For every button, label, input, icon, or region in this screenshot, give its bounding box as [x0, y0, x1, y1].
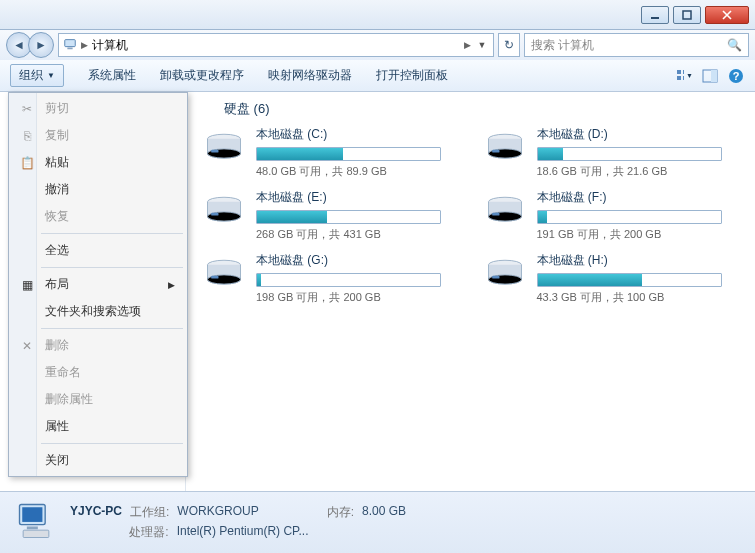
computer-icon: [14, 499, 58, 546]
system-properties-button[interactable]: 系统属性: [88, 67, 136, 84]
drive-usage-bar: [537, 273, 722, 287]
drive-icon: [483, 126, 527, 170]
svg-rect-35: [23, 530, 49, 537]
drive-usage-bar: [256, 210, 441, 224]
drive-icon: [483, 252, 527, 296]
address-separator: ▶: [464, 40, 471, 50]
menu-redo[interactable]: 恢复: [11, 203, 185, 230]
svg-rect-28: [211, 276, 218, 279]
menu-rename[interactable]: 重命名: [11, 359, 185, 386]
minimize-button[interactable]: [641, 6, 669, 24]
drive-name: 本地磁盘 (H:): [537, 252, 740, 269]
status-processor-label: 处理器:: [129, 524, 168, 541]
svg-rect-25: [492, 213, 499, 216]
search-placeholder: 搜索 计算机: [531, 37, 594, 54]
svg-rect-9: [711, 70, 717, 82]
search-input[interactable]: 搜索 计算机 🔍: [524, 33, 749, 57]
drive-stat: 198 GB 可用，共 200 GB: [256, 290, 459, 305]
map-network-drive-button[interactable]: 映射网络驱动器: [268, 67, 352, 84]
menu-paste[interactable]: 📋粘贴: [11, 149, 185, 176]
organize-menu: ✂剪切 ⎘复制 📋粘贴 撤消 恢复 全选 ▦布局▶ 文件夹和搜索选项 ✕删除 重…: [8, 92, 188, 477]
close-button[interactable]: [705, 6, 749, 24]
drive-item[interactable]: 本地磁盘 (G:)198 GB 可用，共 200 GB: [202, 252, 459, 305]
submenu-arrow-icon: ▶: [168, 280, 175, 290]
forward-button[interactable]: ►: [28, 32, 54, 58]
paste-icon: 📋: [19, 155, 35, 171]
svg-rect-22: [211, 213, 218, 216]
drive-name: 本地磁盘 (E:): [256, 189, 459, 206]
help-button[interactable]: ?: [727, 67, 745, 85]
section-header: 硬盘 (6): [202, 100, 739, 118]
drive-usage-bar: [537, 147, 722, 161]
menu-select-all[interactable]: 全选: [11, 237, 185, 264]
drive-icon: [202, 126, 246, 170]
address-bar[interactable]: ▶ 计算机 ▶ ▼: [58, 33, 494, 57]
status-processor: Intel(R) Pentium(R) CP...: [177, 524, 309, 541]
status-computer-name: YJYC-PC: [70, 504, 122, 521]
nav-row: ◄ ► ▶ 计算机 ▶ ▼ ↻ 搜索 计算机 🔍: [0, 30, 755, 60]
drive-name: 本地磁盘 (F:): [537, 189, 740, 206]
menu-close[interactable]: 关闭: [11, 447, 185, 474]
svg-rect-34: [27, 527, 38, 530]
open-control-panel-button[interactable]: 打开控制面板: [376, 67, 448, 84]
view-options-button[interactable]: ▼: [675, 67, 693, 85]
status-memory: 8.00 GB: [362, 504, 406, 521]
address-separator: ▶: [81, 40, 88, 50]
drive-stat: 43.3 GB 可用，共 100 GB: [537, 290, 740, 305]
svg-rect-6: [677, 76, 681, 80]
drive-item[interactable]: 本地磁盘 (E:)268 GB 可用，共 431 GB: [202, 189, 459, 242]
svg-text:?: ?: [733, 70, 740, 82]
drive-item[interactable]: 本地磁盘 (D:)18.6 GB 可用，共 21.6 GB: [483, 126, 740, 179]
drive-name: 本地磁盘 (D:): [537, 126, 740, 143]
command-bar: 组织 ▼ 系统属性 卸载或更改程序 映射网络驱动器 打开控制面板 ▼ ?: [0, 60, 755, 92]
drive-icon: [483, 189, 527, 233]
svg-rect-1: [683, 11, 691, 19]
status-memory-label: 内存:: [327, 504, 354, 521]
menu-copy[interactable]: ⎘复制: [11, 122, 185, 149]
menu-properties[interactable]: 属性: [11, 413, 185, 440]
status-workgroup: WORKGROUP: [177, 504, 258, 521]
svg-rect-31: [492, 276, 499, 279]
preview-pane-button[interactable]: [701, 67, 719, 85]
search-icon: 🔍: [727, 38, 742, 52]
drive-stat: 191 GB 可用，共 200 GB: [537, 227, 740, 242]
copy-icon: ⎘: [19, 128, 35, 144]
drive-item[interactable]: 本地磁盘 (H:)43.3 GB 可用，共 100 GB: [483, 252, 740, 305]
drive-icon: [202, 189, 246, 233]
svg-rect-0: [651, 17, 659, 19]
menu-delete[interactable]: ✕删除: [11, 332, 185, 359]
delete-icon: ✕: [19, 338, 35, 354]
drive-stat: 268 GB 可用，共 431 GB: [256, 227, 459, 242]
svg-rect-2: [65, 39, 76, 46]
menu-cut[interactable]: ✂剪切: [11, 95, 185, 122]
uninstall-programs-button[interactable]: 卸载或更改程序: [160, 67, 244, 84]
svg-rect-19: [492, 150, 499, 153]
svg-rect-33: [22, 507, 42, 522]
drive-usage-bar: [537, 210, 722, 224]
menu-folder-options[interactable]: 文件夹和搜索选项: [11, 298, 185, 325]
menu-remove-properties[interactable]: 删除属性: [11, 386, 185, 413]
address-text: 计算机: [92, 37, 460, 54]
maximize-button[interactable]: [673, 6, 701, 24]
svg-rect-7: [683, 76, 684, 80]
svg-rect-3: [67, 47, 72, 49]
drive-name: 本地磁盘 (G:): [256, 252, 459, 269]
computer-icon: [63, 37, 77, 54]
refresh-button[interactable]: ↻: [498, 33, 520, 57]
drive-stat: 48.0 GB 可用，共 89.9 GB: [256, 164, 459, 179]
svg-rect-16: [211, 150, 218, 153]
menu-layout[interactable]: ▦布局▶: [11, 271, 185, 298]
details-pane: YJYC-PC 工作组: WORKGROUP 内存: 8.00 GB YJYC-…: [0, 491, 755, 553]
organize-menu-button[interactable]: 组织 ▼: [10, 64, 64, 87]
menu-undo[interactable]: 撤消: [11, 176, 185, 203]
address-dropdown-icon[interactable]: ▼: [475, 40, 489, 50]
window-titlebar: [0, 0, 755, 30]
status-workgroup-label: 工作组:: [130, 504, 169, 521]
drive-item[interactable]: 本地磁盘 (F:)191 GB 可用，共 200 GB: [483, 189, 740, 242]
cut-icon: ✂: [19, 101, 35, 117]
drive-icon: [202, 252, 246, 296]
drive-item[interactable]: 本地磁盘 (C:)48.0 GB 可用，共 89.9 GB: [202, 126, 459, 179]
content-pane: 硬盘 (6) 本地磁盘 (C:)48.0 GB 可用，共 89.9 GB本地磁盘…: [186, 92, 755, 491]
drive-name: 本地磁盘 (C:): [256, 126, 459, 143]
drive-usage-bar: [256, 273, 441, 287]
